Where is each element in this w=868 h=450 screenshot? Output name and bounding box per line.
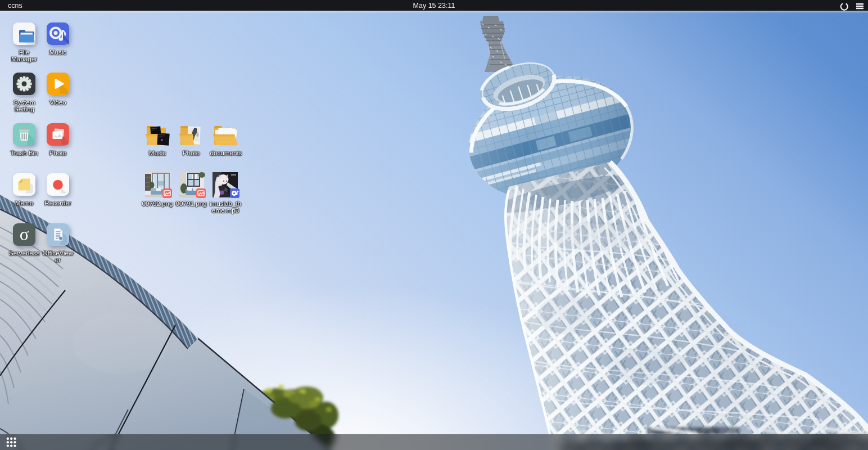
- svg-text:σ: σ: [20, 224, 29, 244]
